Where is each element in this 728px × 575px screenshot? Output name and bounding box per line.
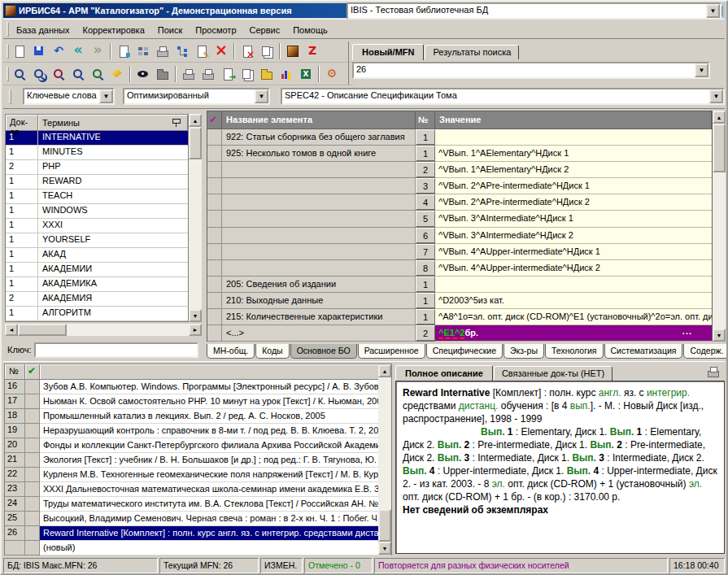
field-check-cell[interactable] (207, 228, 222, 244)
field-row[interactable]: 2^VВып. 1^AElementary^HДиск 2 (207, 162, 712, 178)
toolbar1-grip[interactable] (7, 44, 9, 59)
field-value-cell[interactable]: ^D2003^5из кат. (435, 293, 712, 309)
worksheet-tab-4[interactable]: Специфические (426, 344, 503, 359)
terms-col-term[interactable]: Термины (38, 115, 188, 130)
menu-item-Корректировка[interactable]: Корректировка (76, 23, 151, 37)
term-row[interactable]: 2PHP (6, 160, 188, 175)
new-document-button[interactable] (10, 41, 29, 61)
fields-col-name[interactable]: Название элемента (222, 111, 416, 129)
records-vertical-scrollbar[interactable]: ▲ ▼ (378, 364, 391, 555)
pin-icon[interactable] (171, 116, 184, 129)
worksheet-tab-0[interactable]: МН-общ. (207, 344, 255, 359)
copy-pages-button[interactable] (238, 64, 257, 84)
print-button[interactable] (179, 64, 198, 84)
record-check-cell[interactable] (25, 482, 40, 497)
field-value-cell[interactable]: ^VВып. 2^APre-intermediate^HДиск 2 (435, 194, 712, 211)
records-col-title[interactable] (40, 364, 391, 379)
field-value-cell[interactable] (435, 277, 712, 293)
field-row[interactable]: 7^VВып. 4^AUpper-intermediate^HДиск 1 (207, 244, 712, 260)
print-description-icon[interactable] (707, 365, 720, 378)
record-row[interactable]: 17Ньюман К. Освой самостоятельно PHP. 10… (5, 394, 391, 409)
record-check-cell[interactable] (25, 438, 40, 453)
fields-scroll-up-icon[interactable]: ▲ (713, 111, 726, 124)
record-tab-1[interactable]: Результаты поиска (425, 45, 519, 59)
export-document-button[interactable] (218, 64, 238, 84)
record-row[interactable]: 22Курленя М.В. Техногенные геомеханическ… (5, 468, 391, 482)
menu-item-Сервис[interactable]: Сервис (243, 23, 287, 37)
excel-button[interactable] (296, 64, 316, 84)
term-row[interactable]: 1АЛГОРИТМ (6, 307, 188, 321)
fields-scroll-down-icon[interactable]: ▼ (713, 329, 726, 342)
worksheet-tab-1[interactable]: Коды (255, 344, 289, 359)
record-check-cell[interactable] (25, 497, 40, 512)
field-row[interactable]: 922: Статьи сборника без общего заглавия… (207, 129, 712, 146)
terms-horizontal-scrollbar[interactable]: ◄ ► (5, 324, 202, 336)
terms-scroll-right-icon[interactable]: ► (189, 324, 202, 336)
term-row[interactable]: 1YOURSELF (6, 233, 188, 248)
undo-button[interactable] (49, 41, 68, 61)
database-combo[interactable]: IBIS - Тестовая библиотечная БД ▼ (347, 2, 721, 20)
worksheet-tab-2[interactable]: Основное БО (290, 344, 357, 359)
field-check-cell[interactable] (207, 178, 222, 194)
print-record-button[interactable] (153, 41, 172, 61)
field-check-cell[interactable] (207, 194, 222, 211)
record-row[interactable]: 23XXXI Дальневосточная математическая шк… (5, 482, 391, 497)
mode-combo[interactable]: Оптимизированный ▼ (123, 88, 270, 105)
field-row[interactable]: 8^VВып. 4^AUpper-intermediate^HДиск 2 (207, 260, 712, 277)
field-value-cell[interactable]: ^VВып. 4^AUpper-intermediate^HДиск 1 (435, 244, 712, 260)
field-check-cell[interactable] (207, 293, 222, 309)
term-row[interactable]: 2АКАДЕМИЯ (6, 292, 188, 307)
terms-vertical-scrollbar[interactable]: ▲ ▼ (189, 114, 202, 322)
mode-arrow[interactable]: ▼ (255, 89, 268, 103)
records-scroll-up-icon[interactable]: ▲ (378, 364, 391, 377)
field-value-cell[interactable]: ^VВып. 4^AUpper-intermediate^HДиск 2 (435, 260, 712, 277)
search-edit-button[interactable] (49, 64, 68, 84)
fields-vertical-scrollbar[interactable]: ▲ ▼ (713, 111, 726, 342)
description-tab-1[interactable]: Связанные док-ты (НЕТ) (494, 366, 612, 381)
key-input[interactable] (34, 342, 198, 358)
export-folder-button[interactable] (257, 64, 277, 84)
field-value-cell[interactable]: ^VВып. 3^AIntermediate^HДиск 2 (435, 228, 712, 244)
field-value-cell[interactable]: ^VВып. 2^APre-intermediate^HДиск 1 (435, 178, 712, 194)
settings-tools-button[interactable] (322, 64, 342, 84)
terms-scroll-left-icon[interactable]: ◄ (5, 324, 18, 336)
worksheet-tab-5[interactable]: Экз-ры (503, 344, 544, 359)
open-folder-button[interactable] (153, 64, 172, 84)
worksheet-tab-6[interactable]: Технология (545, 344, 604, 359)
field-check-cell[interactable] (207, 260, 222, 277)
copy-record-button[interactable] (114, 41, 133, 61)
search-browse-button[interactable] (29, 64, 49, 84)
record-check-cell[interactable] (25, 424, 40, 438)
records-col-num[interactable]: № (5, 364, 25, 379)
worksheet-tab-7[interactable]: Систематизация (604, 344, 683, 359)
term-row[interactable]: 1REWARD (6, 175, 188, 189)
term-row[interactable]: 1АКАДЕМИИ (6, 263, 188, 277)
field-row[interactable]: 210: Выходные данные1^D2003^5из кат. (207, 293, 712, 309)
mfn-combo-arrow[interactable]: ▼ (695, 63, 708, 77)
record-check-cell[interactable] (25, 526, 40, 541)
field-row[interactable]: 205: Сведения об издании1 (207, 277, 712, 293)
back-button[interactable] (68, 41, 88, 61)
record-row[interactable]: 26Reward Internative [Комплект] : полн. … (5, 526, 391, 541)
field-check-cell[interactable] (207, 244, 222, 260)
menu-item-Просмотр[interactable]: Просмотр (189, 23, 242, 37)
record-row[interactable]: (новый) (5, 541, 391, 555)
record-row[interactable]: 18Промышленный катализ в лекциях. Вып. 2… (5, 409, 391, 424)
record-row[interactable]: 24Труды математического института им. В.… (5, 497, 391, 512)
record-check-cell[interactable] (25, 453, 40, 468)
irbis-logo-button[interactable] (283, 41, 303, 61)
terms-scroll-thumb[interactable] (189, 127, 202, 159)
z-convert-button[interactable] (303, 41, 322, 61)
statistics-button[interactable] (277, 64, 296, 84)
record-row[interactable]: 20Фонды и коллекции Санкт-Петербургского… (5, 438, 391, 453)
terms-scroll-up-icon[interactable]: ▲ (189, 114, 202, 127)
toolbar2-grip[interactable] (7, 67, 9, 81)
field-check-cell[interactable] (207, 309, 222, 325)
field-value-cell[interactable]: ^VВып. 1^AElementary^HДиск 1 (435, 146, 712, 162)
field-row[interactable]: 215: Количественные характеристики1^A8^1… (207, 309, 712, 325)
menu-grip[interactable] (7, 22, 9, 37)
clear-broom-button[interactable] (107, 64, 127, 84)
record-check-cell[interactable] (25, 409, 40, 424)
worksheet-combo[interactable]: SPEC42 - Описание Спецификации Тома ▼ (281, 88, 725, 105)
field-value-cell[interactable]: ^A8^1о=эл. опт. диск (CD-ROM)^E1 (устано… (435, 309, 712, 325)
